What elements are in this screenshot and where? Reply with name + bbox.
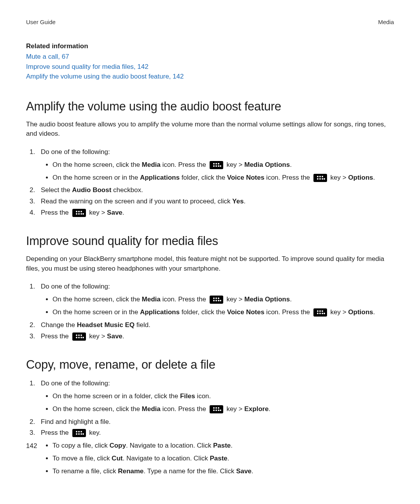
step-3: Read the warning on the screen and if yo… bbox=[37, 196, 394, 207]
steps-improve: Do one of the following: On the home scr… bbox=[26, 281, 394, 342]
page-number: 142 bbox=[26, 442, 37, 450]
bullet-voice-notes-options: On the home screen or in the Application… bbox=[52, 307, 394, 318]
steps-file-ops: Do one of the following: On the home scr… bbox=[26, 378, 394, 477]
header-left: User Guide bbox=[26, 19, 56, 25]
step-2: Change the Headset Music EQ field. bbox=[37, 320, 394, 331]
step-1: Do one of the following: On the home scr… bbox=[37, 147, 394, 184]
heading-improve-sound: Improve sound quality for media files bbox=[26, 234, 394, 248]
menu-key-icon bbox=[313, 174, 327, 182]
bullet-files-icon: On the home screen or in a folder, click… bbox=[52, 391, 394, 402]
step-1: Do one of the following: On the home scr… bbox=[37, 378, 394, 415]
related-info-heading: Related information bbox=[26, 42, 394, 50]
bullet-move: To move a file, click Cut. Navigate to a… bbox=[52, 453, 394, 464]
bullet-copy: To copy a file, click Copy. Navigate to … bbox=[52, 440, 394, 452]
page-header: User Guide Media bbox=[26, 19, 394, 25]
menu-key-icon bbox=[313, 308, 327, 317]
step-3: Press the key > Save. bbox=[37, 331, 394, 342]
related-info-list: Mute a call, 67 Improve sound quality fo… bbox=[26, 52, 394, 82]
menu-key-icon bbox=[72, 332, 86, 341]
step-2: Find and highlight a file. bbox=[37, 416, 394, 428]
menu-key-icon bbox=[210, 405, 223, 413]
related-link-improve-sound[interactable]: Improve sound quality for media files, 1… bbox=[26, 62, 394, 72]
related-link-amplify-volume[interactable]: Amplify the volume using the audio boost… bbox=[26, 72, 394, 82]
menu-key-icon bbox=[72, 429, 86, 437]
bullet-media-options: On the home screen, click the Media icon… bbox=[52, 294, 394, 305]
intro-improve: Depending on your BlackBerry smartphone … bbox=[26, 254, 394, 273]
step-3: Press the key. To copy a file, click Cop… bbox=[37, 427, 394, 477]
steps-amplify: Do one of the following: On the home scr… bbox=[26, 147, 394, 219]
bullet-voice-notes-options: On the home screen or in the Application… bbox=[52, 172, 394, 184]
intro-amplify: The audio boost feature allows you to am… bbox=[26, 120, 394, 139]
menu-key-icon bbox=[210, 161, 223, 169]
related-link-mute-call[interactable]: Mute a call, 67 bbox=[26, 52, 394, 62]
step-4: Press the key > Save. bbox=[37, 207, 394, 219]
bullet-media-explore: On the home screen, click the Media icon… bbox=[52, 404, 394, 415]
menu-key-icon bbox=[210, 296, 223, 304]
bullet-media-options: On the home screen, click the Media icon… bbox=[52, 159, 394, 171]
menu-key-icon bbox=[72, 209, 86, 217]
step-1: Do one of the following: On the home scr… bbox=[37, 281, 394, 318]
step-2: Select the Audio Boost checkbox. bbox=[37, 185, 394, 196]
heading-copy-move-rename-delete: Copy, move, rename, or delete a file bbox=[26, 358, 394, 372]
heading-amplify-volume: Amplify the volume using the audio boost… bbox=[26, 100, 394, 114]
bullet-rename: To rename a file, click Rename. Type a n… bbox=[52, 466, 394, 477]
header-right: Media bbox=[378, 19, 394, 25]
